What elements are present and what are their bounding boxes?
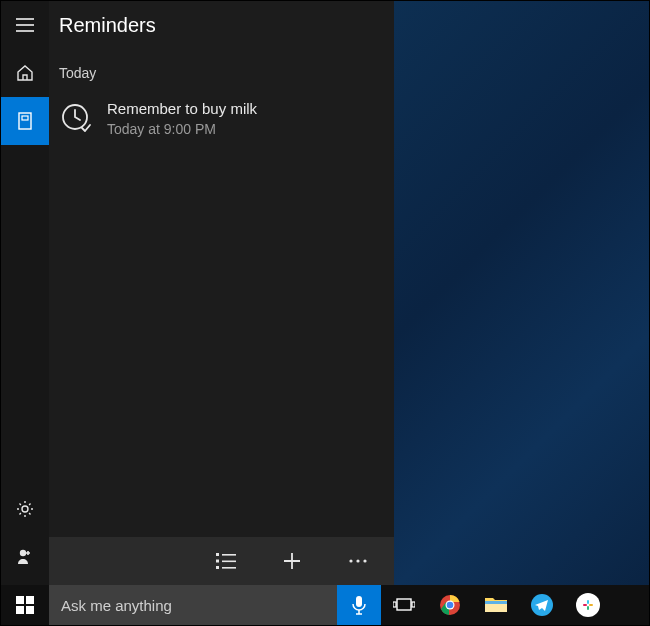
list-icon — [216, 552, 236, 570]
task-view-button[interactable] — [381, 585, 427, 625]
content-area: Reminders Today Remember to buy milk Tod… — [49, 1, 394, 585]
microphone-icon — [352, 595, 366, 615]
reminder-item[interactable]: Remember to buy milk Today at 9:00 PM — [49, 95, 394, 146]
list-view-button[interactable] — [206, 541, 246, 581]
svg-point-12 — [356, 559, 359, 562]
more-button[interactable] — [338, 541, 378, 581]
search-placeholder: Ask me anything — [61, 597, 337, 614]
svg-rect-17 — [26, 606, 34, 614]
svg-rect-15 — [26, 596, 34, 604]
svg-rect-21 — [412, 602, 415, 607]
taskbar-app-file-explorer[interactable] — [473, 585, 519, 625]
svg-rect-29 — [589, 604, 593, 606]
chrome-icon — [438, 593, 462, 617]
svg-rect-18 — [356, 596, 362, 607]
cortana-search-box[interactable]: Ask me anything — [49, 585, 381, 625]
section-today-label: Today — [49, 49, 394, 95]
svg-rect-28 — [583, 604, 587, 606]
taskbar-app-slack[interactable] — [565, 585, 611, 625]
add-reminder-button[interactable] — [272, 541, 312, 581]
taskbar: Ask me anything — [1, 585, 649, 625]
panel-header: Reminders — [49, 1, 394, 49]
home-icon — [15, 63, 35, 83]
file-explorer-icon — [484, 593, 508, 617]
left-rail — [1, 1, 49, 585]
svg-rect-10 — [222, 567, 236, 569]
menu-icon — [16, 18, 34, 32]
hamburger-button[interactable] — [1, 1, 49, 49]
svg-rect-14 — [16, 596, 24, 604]
slack-icon — [576, 593, 600, 617]
svg-rect-5 — [216, 553, 219, 556]
more-icon — [348, 558, 368, 564]
svg-point-24 — [447, 602, 454, 609]
taskbar-app-chrome[interactable] — [427, 585, 473, 625]
microphone-button[interactable] — [337, 585, 381, 625]
bottom-action-bar — [49, 537, 394, 585]
svg-point-11 — [349, 559, 352, 562]
svg-rect-30 — [587, 600, 589, 604]
svg-rect-20 — [393, 602, 396, 607]
svg-point-13 — [363, 559, 366, 562]
feedback-icon — [15, 547, 35, 567]
task-view-icon — [393, 596, 415, 614]
desktop-wallpaper — [394, 1, 649, 586]
rail-feedback-button[interactable] — [1, 533, 49, 581]
rail-settings-button[interactable] — [1, 485, 49, 533]
rail-notebook-button[interactable] — [1, 97, 49, 145]
page-title: Reminders — [59, 14, 156, 37]
svg-point-3 — [20, 550, 26, 556]
svg-point-2 — [22, 506, 28, 512]
svg-rect-1 — [22, 116, 28, 120]
cortana-panel: Reminders Today Remember to buy milk Tod… — [1, 1, 394, 585]
clock-reminder-icon — [59, 101, 93, 135]
start-button[interactable] — [1, 585, 49, 625]
notebook-icon — [16, 111, 34, 131]
svg-rect-31 — [587, 606, 589, 610]
taskbar-app-telegram[interactable] — [519, 585, 565, 625]
svg-rect-9 — [216, 566, 219, 569]
svg-rect-7 — [216, 560, 219, 563]
taskbar-icons — [381, 585, 611, 625]
reminder-title: Remember to buy milk — [107, 99, 257, 119]
svg-rect-26 — [485, 601, 507, 604]
rail-home-button[interactable] — [1, 49, 49, 97]
svg-rect-8 — [222, 561, 236, 563]
windows-icon — [16, 596, 34, 614]
svg-rect-6 — [222, 554, 236, 556]
plus-icon — [282, 551, 302, 571]
gear-icon — [15, 499, 35, 519]
telegram-icon — [530, 593, 554, 617]
svg-rect-19 — [397, 599, 411, 610]
reminder-time: Today at 9:00 PM — [107, 120, 257, 138]
top-accent-line — [0, 0, 650, 1]
svg-rect-16 — [16, 606, 24, 614]
